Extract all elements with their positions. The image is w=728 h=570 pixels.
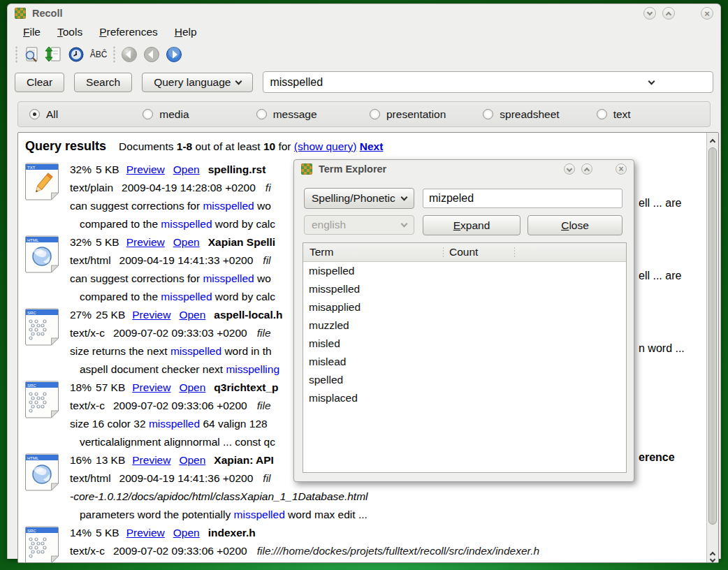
- term-row[interactable]: mispelled: [303, 262, 626, 280]
- main-titlebar[interactable]: Recoll ×: [8, 4, 720, 22]
- term-row[interactable]: misled: [303, 335, 626, 353]
- result-title: Xapian: API: [214, 454, 274, 466]
- preview-link[interactable]: Preview: [126, 527, 165, 539]
- src-file-icon[interactable]: SRC: [24, 307, 60, 346]
- mime-type: text/x-c: [70, 400, 105, 411]
- dialog-titlebar[interactable]: Term Explorer ×: [294, 160, 634, 178]
- menu-help[interactable]: Help: [168, 24, 204, 41]
- src-file-icon[interactable]: SRC: [24, 380, 60, 419]
- scroll-down-icon[interactable]: [709, 555, 716, 561]
- snippet-line: parameters word the potentially misspell…: [70, 506, 368, 524]
- menu-file[interactable]: File: [16, 24, 48, 41]
- document-preview-icon[interactable]: [20, 44, 43, 65]
- src-file-icon[interactable]: SRC: [24, 525, 60, 562]
- clear-button[interactable]: Clear: [15, 73, 64, 92]
- history-clock-icon[interactable]: [65, 44, 87, 65]
- term-explorer-icon[interactable]: ÂBĈ: [87, 44, 110, 65]
- relevance-percent: 32%: [70, 163, 92, 175]
- html-file-icon[interactable]: HTML: [24, 453, 60, 492]
- minimize-icon[interactable]: [643, 7, 656, 20]
- minimize-icon[interactable]: [564, 163, 575, 175]
- result-title: indexer.h: [208, 527, 256, 539]
- radio-icon[interactable]: [256, 109, 267, 119]
- mime-type: text/x-c: [70, 327, 105, 339]
- term-row[interactable]: mislead: [303, 353, 626, 371]
- term-row[interactable]: spelled: [303, 371, 626, 389]
- txt-file-icon[interactable]: TXT: [24, 162, 60, 201]
- open-link[interactable]: Open: [173, 163, 200, 175]
- mime-type: text/html: [70, 254, 111, 266]
- query-mode-combobox[interactable]: Query language: [142, 73, 253, 92]
- open-link[interactable]: Open: [179, 309, 205, 321]
- filter-radio-message[interactable]: message: [256, 108, 370, 121]
- preview-link[interactable]: Preview: [132, 381, 170, 393]
- result-title: Xapian Spelli: [208, 236, 275, 248]
- preview-link[interactable]: Preview: [132, 454, 170, 466]
- radio-icon[interactable]: [483, 109, 493, 119]
- snippet-line: size returns the next misspelled word in…: [70, 342, 283, 360]
- next-page-link[interactable]: Next: [360, 140, 384, 152]
- menu-tools[interactable]: Tools: [50, 24, 89, 41]
- snippet-fragment: ell ... are: [639, 197, 683, 210]
- doc-date: 2009-04-19 14:41:33 +0200: [119, 254, 254, 266]
- term-row[interactable]: misspelled: [303, 280, 626, 298]
- chevron-down-icon[interactable]: [648, 78, 655, 85]
- term-input[interactable]: mizpeled: [423, 189, 623, 208]
- preview-link[interactable]: Preview: [132, 309, 170, 321]
- term-table-header[interactable]: Term Count: [303, 243, 626, 262]
- search-input[interactable]: misspelled: [263, 71, 713, 93]
- filter-radio-presentation[interactable]: presentation: [370, 108, 483, 121]
- doc-url: file: [257, 400, 271, 411]
- close-button[interactable]: Close: [527, 215, 623, 235]
- snippet-line: can suggest corrections for misspelled w…: [70, 270, 275, 288]
- term-row[interactable]: misplaced: [303, 389, 626, 407]
- close-icon[interactable]: ×: [701, 7, 713, 20]
- scrollbar-thumb[interactable]: [708, 147, 717, 525]
- term-row[interactable]: muzzled: [303, 316, 626, 335]
- next-page-icon[interactable]: [163, 44, 185, 65]
- radio-icon[interactable]: [29, 109, 40, 119]
- result-row: SRC14%5 KBPreviewOpenindexer.htext/x-c20…: [24, 524, 706, 562]
- term-row[interactable]: misapplied: [303, 298, 626, 316]
- filter-radio-text[interactable]: text: [597, 108, 710, 121]
- sort-results-icon[interactable]: [43, 44, 65, 65]
- filter-radio-media[interactable]: media: [143, 108, 256, 121]
- count-column-header[interactable]: Count: [446, 246, 478, 258]
- file-size: 5 KB: [96, 527, 119, 539]
- show-query-link[interactable]: (show query): [294, 140, 357, 152]
- term-explorer-dialog: Term Explorer × Spelling/Phonetic mizpel…: [293, 159, 634, 482]
- file-size: 25 KB: [96, 309, 125, 321]
- open-link[interactable]: Open: [173, 236, 200, 248]
- doc-url: fil: [263, 472, 270, 484]
- mime-type: text/x-c: [70, 545, 105, 557]
- scroll-up-icon[interactable]: [709, 548, 716, 554]
- menu-preferences[interactable]: Preferences: [92, 24, 165, 41]
- scroll-up-icon[interactable]: [709, 135, 716, 141]
- preview-link[interactable]: Preview: [126, 236, 165, 248]
- search-row: Clear Search Query language misspelled: [8, 67, 720, 98]
- radio-icon[interactable]: [597, 109, 607, 119]
- window-title: Recoll: [32, 8, 63, 19]
- term-column-header[interactable]: Term: [303, 246, 446, 258]
- maximize-icon[interactable]: [581, 163, 592, 175]
- radio-icon[interactable]: [370, 109, 380, 119]
- maximize-icon[interactable]: [662, 7, 675, 20]
- search-button[interactable]: Search: [74, 73, 132, 92]
- snippet-line: -core-1.0.12/docs/apidoc/html/classXapia…: [70, 488, 368, 506]
- open-link[interactable]: Open: [173, 527, 200, 539]
- open-link[interactable]: Open: [179, 454, 205, 466]
- radio-icon[interactable]: [143, 109, 153, 119]
- results-scrollbar[interactable]: [706, 133, 718, 562]
- filter-radio-all[interactable]: All: [29, 108, 143, 121]
- previous-page-icon: [140, 44, 163, 65]
- expand-button[interactable]: Expand: [423, 215, 520, 235]
- preview-link[interactable]: Preview: [126, 163, 165, 175]
- filter-label: message: [273, 108, 317, 121]
- filter-radio-spreadsheet[interactable]: spreadsheet: [483, 108, 596, 121]
- close-icon[interactable]: ×: [616, 163, 627, 175]
- svg-text:SRC: SRC: [27, 311, 36, 315]
- expansion-mode-combobox[interactable]: Spelling/Phonetic: [304, 188, 414, 209]
- doc-date: 2009-07-02 09:33:03 +0200: [113, 327, 247, 339]
- open-link[interactable]: Open: [179, 381, 205, 393]
- html-file-icon[interactable]: HTML: [24, 235, 60, 274]
